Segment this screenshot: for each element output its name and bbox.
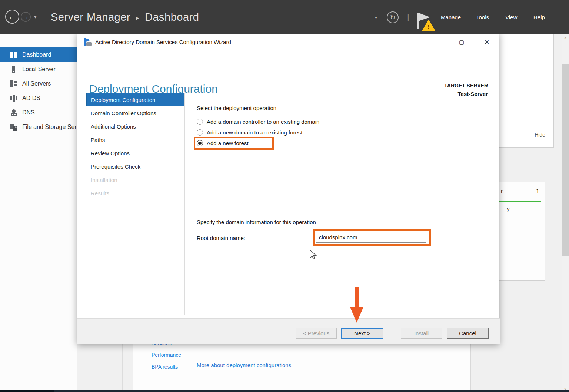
wizard-step-paths[interactable]: Paths bbox=[86, 133, 184, 146]
notifications-dropdown-icon[interactable]: ▾ bbox=[375, 15, 377, 20]
scroll-up-icon[interactable]: ∧ bbox=[562, 34, 569, 41]
servers-icon bbox=[10, 80, 17, 87]
wizard-step-deployment-configuration[interactable]: Deployment Configuration bbox=[86, 93, 184, 106]
wizard-step-additional-options[interactable]: Additional Options bbox=[86, 120, 184, 133]
roles-tile-title-fragment: r bbox=[501, 188, 503, 195]
sidebar-item-all-servers[interactable]: All Servers bbox=[0, 76, 77, 91]
menu-tools[interactable]: Tools bbox=[476, 0, 489, 34]
minimize-button[interactable]: — bbox=[429, 37, 443, 48]
file-storage-icon bbox=[10, 124, 17, 130]
install-button: Install bbox=[401, 328, 442, 339]
adds-configuration-wizard-dialog: Active Directory Domain Services Configu… bbox=[77, 33, 499, 344]
breadcrumb-app[interactable]: Server Manager bbox=[51, 11, 130, 23]
operation-prompt: Select the deployment operation bbox=[197, 105, 276, 111]
menu-help[interactable]: Help bbox=[533, 0, 545, 34]
close-button[interactable]: ✕ bbox=[479, 37, 494, 48]
radio-add-domain-controller[interactable]: Add a domain controller to an existing d… bbox=[197, 117, 319, 126]
previous-button: < Previous bbox=[296, 328, 337, 339]
roles-tile-fragment: r 1 y bbox=[499, 182, 545, 281]
scrollbar-thumb[interactable] bbox=[562, 64, 569, 256]
breadcrumb: Server Manager ▸ Dashboard bbox=[51, 0, 199, 34]
radio-label: Add a new domain to an existing forest bbox=[207, 129, 303, 136]
forward-arrow-icon: → bbox=[23, 14, 29, 20]
tile-link-performance[interactable]: Performance bbox=[152, 352, 181, 358]
tile-link-services[interactable]: Services bbox=[152, 344, 172, 346]
highlight-box-forest-option bbox=[194, 137, 274, 150]
sidebar-item-file-storage[interactable]: File and Storage Services bbox=[0, 120, 77, 134]
taskbar-sliver bbox=[0, 390, 569, 392]
dialog-header: Deployment Configuration TARGET SERVER T… bbox=[77, 52, 499, 93]
welcome-tile-fragment: Hide bbox=[499, 34, 554, 148]
dashboard-tile-fragment bbox=[325, 344, 471, 390]
vertical-scrollbar[interactable]: ∧ ∨ bbox=[562, 34, 569, 392]
nav-history-dropdown[interactable]: ▾ bbox=[34, 14, 37, 20]
tile-divider bbox=[122, 344, 123, 390]
menu-view[interactable]: View bbox=[505, 0, 517, 34]
breadcrumb-page: Dashboard bbox=[145, 11, 199, 23]
ad-ds-icon bbox=[10, 95, 17, 101]
topbar: ← → ▾ Server Manager ▸ Dashboard ▾ ↻ | !… bbox=[0, 0, 569, 34]
dialog-titlebar[interactable]: Active Directory Domain Services Configu… bbox=[77, 33, 499, 52]
root-domain-label: Root domain name: bbox=[197, 235, 245, 241]
notification-flag-icon[interactable] bbox=[417, 13, 419, 29]
tile-link-bpa-results[interactable]: BPA results bbox=[152, 364, 178, 370]
wizard-step-review-options[interactable]: Review Options bbox=[86, 146, 184, 160]
domain-prompt: Specify the domain information for this … bbox=[197, 219, 316, 225]
forward-button[interactable]: → bbox=[21, 12, 31, 22]
radio-icon[interactable] bbox=[197, 129, 203, 136]
sidebar-item-label: Dashboard bbox=[22, 52, 51, 58]
roles-tile-row-fragment: y bbox=[507, 206, 510, 212]
hide-link[interactable]: Hide bbox=[535, 132, 545, 138]
sidebar-item-dashboard[interactable]: Dashboard bbox=[0, 47, 77, 62]
back-button[interactable]: ← bbox=[5, 10, 19, 24]
mouse-cursor bbox=[309, 249, 318, 261]
server-icon bbox=[10, 66, 17, 72]
wizard-step-installation: Installation bbox=[86, 173, 184, 186]
sidebar-item-dns[interactable]: DNS bbox=[0, 105, 77, 120]
radio-add-new-domain[interactable]: Add a new domain to an existing forest bbox=[197, 128, 303, 136]
dialog-footer: < Previous Next > Install Cancel bbox=[77, 318, 500, 344]
highlight-box-domain-input bbox=[313, 229, 431, 246]
sidebar-item-label: AD DS bbox=[22, 95, 40, 102]
wizard-steps-nav: Deployment Configuration Domain Controll… bbox=[86, 93, 184, 200]
sidebar-item-label: All Servers bbox=[22, 80, 51, 87]
server-manager-window: { "topbar": { "app_title": "Server Manag… bbox=[0, 0, 569, 392]
sidebar-item-label: DNS bbox=[22, 109, 35, 116]
sidebar-item-label: Local Server bbox=[22, 66, 56, 73]
sidebar-item-ad-ds[interactable]: AD DS bbox=[0, 91, 77, 105]
status-green-bar bbox=[499, 201, 541, 202]
cancel-button[interactable]: Cancel bbox=[447, 328, 489, 339]
sidebar: Dashboard Local Server All Servers AD DS… bbox=[0, 34, 77, 390]
wizard-step-results: Results bbox=[86, 186, 184, 200]
next-button[interactable]: Next > bbox=[341, 328, 383, 339]
wizard-flag-toolbox-icon bbox=[84, 38, 92, 46]
nav-content-divider bbox=[184, 93, 185, 315]
back-arrow-icon: ← bbox=[8, 12, 16, 21]
roles-tile-count: 1 bbox=[536, 188, 539, 195]
more-about-link[interactable]: More about deployment configurations bbox=[197, 362, 291, 368]
dashboard-grid-icon bbox=[10, 52, 17, 58]
wizard-content: Select the deployment operation Add a do… bbox=[197, 93, 489, 318]
target-server-label: TARGET SERVER bbox=[444, 83, 488, 89]
refresh-button[interactable]: ↻ bbox=[387, 11, 399, 23]
topbar-divider: | bbox=[407, 12, 409, 22]
breadcrumb-separator-icon: ▸ bbox=[136, 13, 139, 22]
refresh-icon: ↻ bbox=[390, 14, 395, 21]
dns-icon bbox=[10, 109, 17, 116]
radio-label: Add a domain controller to an existing d… bbox=[207, 119, 319, 125]
wizard-step-prerequisites-check[interactable]: Prerequisites Check bbox=[86, 160, 184, 173]
dialog-title: Active Directory Domain Services Configu… bbox=[95, 39, 231, 45]
menu-manage[interactable]: Manage bbox=[441, 0, 461, 34]
wizard-step-domain-controller-options[interactable]: Domain Controller Options bbox=[86, 106, 184, 120]
radio-icon[interactable] bbox=[197, 119, 203, 125]
maximize-button[interactable]: ▢ bbox=[454, 37, 469, 48]
warning-badge-icon[interactable]: ! bbox=[422, 20, 435, 31]
sidebar-item-local-server[interactable]: Local Server bbox=[0, 62, 77, 76]
